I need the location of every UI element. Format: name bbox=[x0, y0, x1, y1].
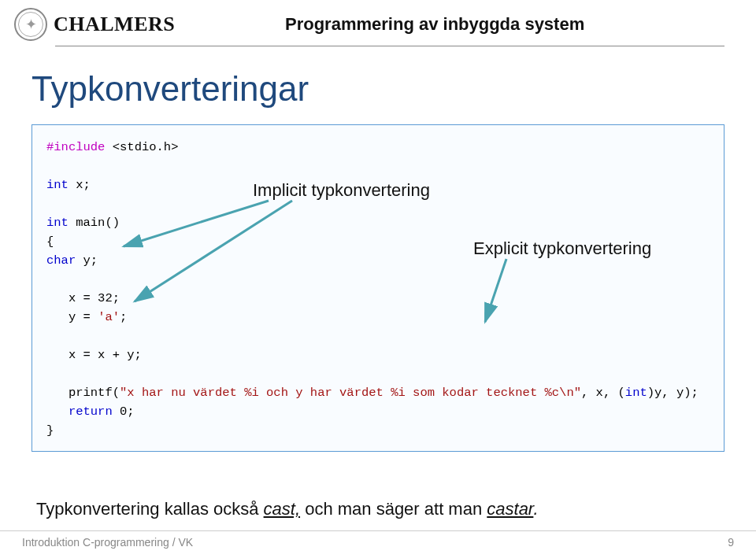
slide-title: Typkonverteringar bbox=[32, 69, 724, 109]
code-line: } bbox=[46, 421, 710, 440]
code-box: #include <stdio.h> int x; int main() { c… bbox=[32, 124, 724, 452]
code-line: #include <stdio.h> bbox=[46, 138, 710, 157]
code-line: x = 32; bbox=[46, 289, 710, 308]
annotation-implicit: Implicit typkonvertering bbox=[253, 177, 430, 204]
closing-text: Typkonvertering kallas också cast, och m… bbox=[36, 499, 724, 519]
footer-left: Introduktion C-programmering / VK bbox=[22, 531, 193, 549]
code-line: printf("x har nu värdet %i och y har vär… bbox=[46, 383, 710, 402]
footer: Introduktion C-programmering / VK 9 bbox=[0, 530, 756, 549]
annotation-explicit: Explicit typkonvertering bbox=[473, 235, 651, 262]
emblem-star-icon: ✦ bbox=[25, 16, 37, 33]
chalmers-emblem-icon: ✦ bbox=[14, 8, 47, 41]
code-line: y = 'a'; bbox=[46, 308, 710, 327]
code-line: int main() bbox=[46, 213, 710, 232]
header-divider bbox=[55, 46, 724, 46]
code-line: x = x + y; bbox=[46, 346, 710, 364]
code-line: return 0; bbox=[46, 402, 710, 421]
course-title: Programmering av inbyggda system bbox=[222, 14, 647, 35]
page-number: 9 bbox=[728, 531, 734, 549]
slide-content: Typkonverteringar #include <stdio.h> int… bbox=[0, 46, 756, 527]
brand-name: CHALMERS bbox=[54, 13, 175, 36]
header: ✦ CHALMERS Programmering av inbyggda sys… bbox=[0, 0, 756, 46]
